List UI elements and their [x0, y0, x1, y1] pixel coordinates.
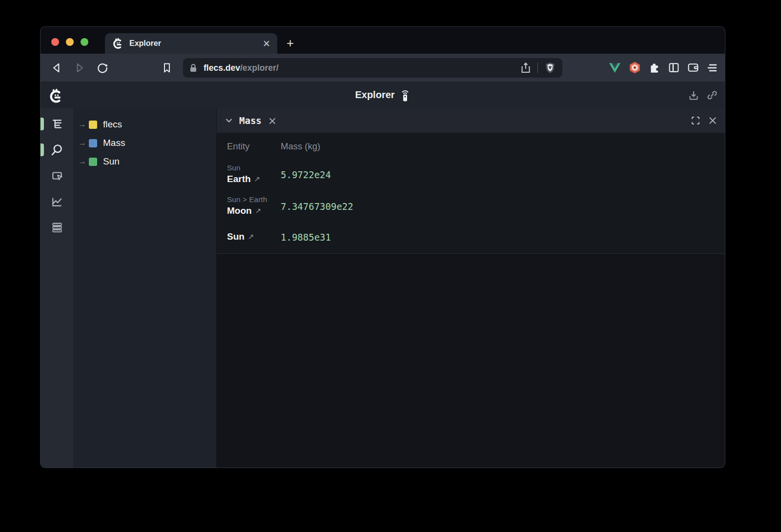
url-path: /explorer/ [240, 63, 279, 73]
content-area: → flecs → Mass → Sun Mass [41, 108, 725, 468]
sidebar-item-query[interactable] [41, 142, 73, 158]
tree-item-label: Sun [103, 156, 120, 167]
browser-toolbar: flecs.dev/explorer/ [41, 54, 725, 82]
url-host: flecs.dev [204, 63, 240, 73]
zoom-window-button[interactable] [81, 38, 88, 46]
result-table: Entity Mass (kg) Sun Earth↗ 5.9722e24 Su… [217, 133, 725, 254]
entity-link-icon[interactable]: ↗ [254, 175, 261, 184]
hex-extension-icon[interactable] [628, 61, 641, 74]
tab-explorer[interactable]: Explorer ✕ [105, 33, 277, 54]
chevron-down-icon[interactable] [225, 116, 233, 125]
icon-sidebar [41, 108, 73, 468]
entity-color-square [89, 158, 97, 166]
table-row[interactable]: Sun > Earth Moon↗ 7.34767309e22 [217, 191, 725, 223]
query-close-icon[interactable] [268, 117, 276, 125]
url-text: flecs.dev/explorer/ [204, 63, 520, 73]
entity-tree-panel: → flecs → Mass → Sun [73, 108, 217, 468]
tab-close-icon[interactable]: ✕ [263, 39, 270, 48]
sidebar-item-stats[interactable] [41, 194, 73, 209]
menu-icon[interactable] [706, 62, 718, 74]
stats-chart-icon [51, 195, 63, 208]
extension-icons [608, 54, 718, 82]
panel-close-icon[interactable] [708, 116, 717, 125]
app-header: Explorer [41, 82, 725, 108]
download-icon[interactable] [688, 89, 699, 101]
forward-button[interactable] [71, 60, 88, 76]
entity-parent-path: Sun > Earth [227, 195, 281, 204]
minimize-window-button[interactable] [66, 38, 74, 46]
tab-bar: Explorer ✕ + [41, 27, 725, 54]
lock-icon [189, 63, 198, 73]
sidebar-item-scripts[interactable] [41, 220, 73, 235]
mass-value: 5.9722e24 [281, 168, 331, 180]
new-tab-button[interactable]: + [287, 37, 294, 49]
back-button[interactable] [48, 60, 65, 76]
expander-icon[interactable]: → [78, 138, 89, 148]
close-window-button[interactable] [51, 38, 59, 46]
entity-parent-path: Sun [227, 164, 281, 172]
entity-name[interactable]: Moon [227, 205, 252, 216]
tree-item-label: Mass [103, 138, 125, 148]
remote-connection-icon [400, 88, 411, 102]
tree-item-mass[interactable]: → Mass [73, 134, 216, 152]
mass-value: 7.34767309e22 [281, 200, 353, 212]
table-header-row: Entity Mass (kg) [217, 133, 725, 160]
tree-item-flecs[interactable]: → flecs [73, 115, 216, 134]
search-icon [50, 143, 63, 157]
table-row[interactable]: Sun Earth↗ 5.9722e24 [217, 160, 725, 191]
sidebar-item-tree[interactable] [41, 116, 73, 132]
query-panel-header: Mass [217, 108, 725, 133]
ruler-stack-icon [51, 221, 63, 234]
column-header-entity: Entity [217, 141, 281, 152]
table-row[interactable]: Sun↗ 1.9885e31 [217, 223, 725, 253]
vue-devtools-icon[interactable] [608, 61, 621, 74]
column-header-value: Mass (kg) [281, 141, 320, 152]
address-bar[interactable]: flecs.dev/explorer/ [183, 58, 562, 78]
browser-window: Explorer ✕ + flecs.dev/explorer/ [41, 27, 725, 468]
bookmark-icon[interactable] [159, 60, 175, 76]
extensions-puzzle-icon[interactable] [648, 61, 661, 74]
expander-icon[interactable]: → [78, 157, 89, 166]
active-indicator [41, 143, 44, 156]
active-indicator [41, 118, 44, 130]
tree-view-icon [51, 118, 63, 130]
copy-link-icon[interactable] [706, 89, 718, 101]
entity-color-square [89, 121, 97, 129]
reload-button[interactable] [94, 60, 111, 76]
sidebar-toggle-icon[interactable] [668, 61, 680, 74]
share-icon[interactable] [520, 61, 532, 74]
tree-item-sun[interactable]: → Sun [73, 152, 216, 171]
tab-title: Explorer [129, 39, 263, 48]
mass-value: 1.9885e31 [281, 231, 331, 243]
query-panel: Mass E [217, 108, 725, 468]
query-title: Mass [239, 115, 262, 126]
entity-name[interactable]: Sun [227, 231, 245, 242]
entity-color-square [89, 139, 97, 147]
entity-link-icon[interactable]: ↗ [255, 206, 262, 215]
flecs-favicon-icon [112, 38, 123, 49]
tree-item-label: flecs [103, 119, 122, 130]
brave-shield-icon[interactable] [544, 61, 556, 74]
page-title: Explorer [355, 89, 394, 101]
inspector-icon [51, 169, 63, 182]
expander-icon[interactable]: → [78, 120, 89, 129]
entity-link-icon[interactable]: ↗ [248, 232, 254, 241]
expand-icon[interactable] [691, 116, 700, 125]
entity-name[interactable]: Earth [227, 174, 251, 184]
divider [537, 62, 538, 73]
sidebar-item-inspector[interactable] [41, 168, 73, 184]
wallet-icon[interactable] [687, 61, 699, 74]
